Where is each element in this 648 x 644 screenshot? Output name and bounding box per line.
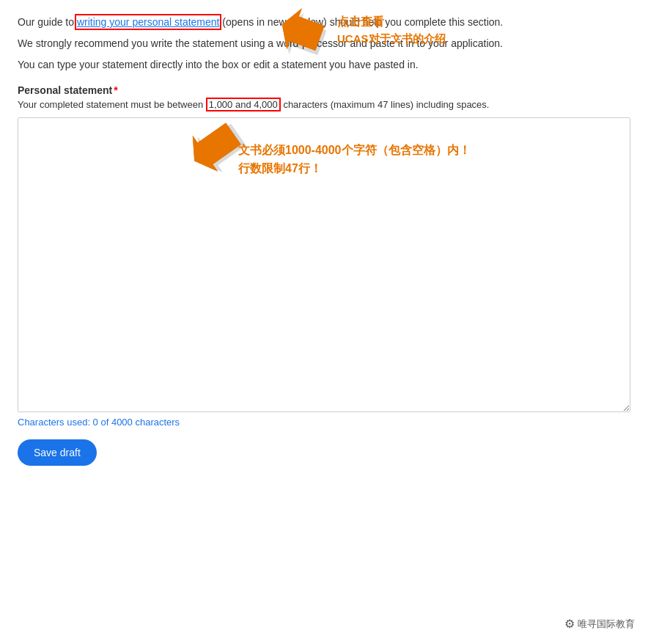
- personal-statement-input[interactable]: [18, 118, 630, 411]
- char-range-highlight: 1,000 and 4,000: [206, 98, 281, 111]
- personal-statement-guide-link[interactable]: writing your personal statement: [77, 16, 220, 28]
- watermark-icon: ⚙: [564, 617, 575, 631]
- required-star: *: [114, 84, 117, 96]
- intro-line-3: You can type your statement directly int…: [18, 57, 630, 73]
- intro-before-link: Our guide to: [18, 16, 77, 28]
- intro-line-1: Our guide to writing your personal state…: [18, 15, 630, 30]
- save-draft-button[interactable]: Save draft: [18, 439, 97, 466]
- field-label: Personal statement*: [18, 84, 630, 96]
- intro-after-link: (opens in new window) should help you co…: [219, 16, 503, 28]
- char-count-label: Characters used: 0 of 4000 characters: [18, 417, 630, 428]
- statement-textarea-wrapper: [18, 117, 630, 412]
- char-requirement: Your completed statement must be between…: [18, 99, 630, 110]
- watermark: ⚙ 唯寻国际教育: [564, 617, 635, 631]
- watermark-text: 唯寻国际教育: [578, 618, 635, 631]
- intro-line-2: We strongly recommend you write the stat…: [18, 36, 630, 51]
